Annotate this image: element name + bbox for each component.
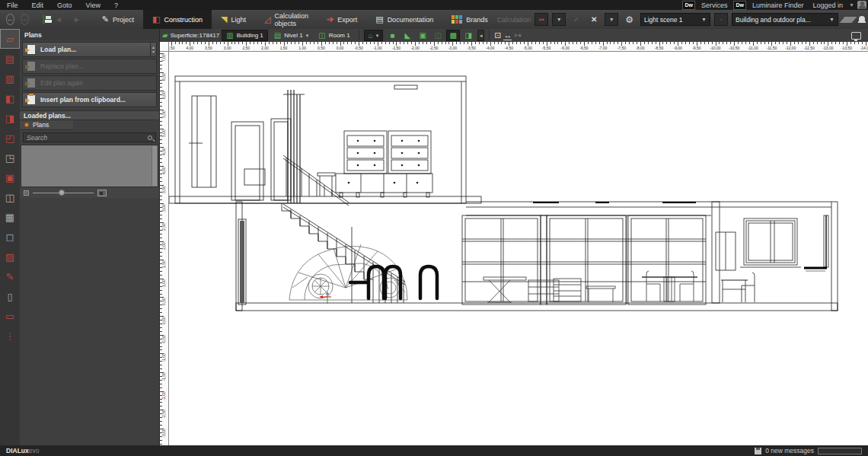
light-scene-select[interactable]: Light scene 1▼ bbox=[640, 13, 710, 26]
collapse-view-tools-button[interactable]: ◂ bbox=[477, 30, 484, 41]
ruler-tick bbox=[858, 42, 859, 44]
messages-save-icon[interactable] bbox=[755, 448, 761, 454]
undo-icon[interactable]: ◄ bbox=[55, 15, 62, 24]
menu-file[interactable]: File bbox=[0, 2, 25, 9]
save-button[interactable] bbox=[43, 14, 44, 24]
cad-section-drawing[interactable] bbox=[169, 52, 868, 445]
menu-goto[interactable]: Goto bbox=[50, 2, 79, 9]
calculation-dropdown[interactable]: ▼ bbox=[552, 13, 566, 26]
construction-tool-strip: ▱▤▥◧◨◰◳▣◫▦◻▨✎▯▭⋮ bbox=[0, 29, 20, 445]
thumbnail-zoom-slider[interactable] bbox=[33, 193, 94, 193]
messages-label[interactable]: 0 new messages bbox=[765, 447, 814, 454]
tab-export[interactable]: ➔ Export bbox=[318, 10, 366, 29]
ruler-tick bbox=[160, 98, 162, 99]
tab-documentation[interactable]: ▤ Documentation bbox=[366, 10, 442, 29]
cancel-dropdown[interactable]: ▼ bbox=[605, 13, 618, 26]
replace-plan-button[interactable]: Replace plan... bbox=[22, 59, 157, 74]
text-spline-tool[interactable]: ✎ bbox=[0, 266, 20, 286]
edit-plan-again-button[interactable]: Edit plan again bbox=[22, 75, 157, 91]
plans-radio-tab[interactable]: Plans bbox=[20, 120, 73, 130]
menu-view[interactable]: View bbox=[79, 2, 107, 9]
back-button[interactable]: ← bbox=[6, 14, 14, 25]
ruler-label: -5,00 bbox=[520, 46, 535, 50]
ruler-label: -7,00 bbox=[595, 46, 611, 50]
ruler-tick bbox=[160, 192, 162, 193]
drawing-canvas[interactable]: 4,504,003,503,002,502,001,501,000,500,00… bbox=[160, 42, 868, 445]
ruler-tick bbox=[426, 42, 427, 44]
display-mode-button[interactable]: ⌂ ▾ bbox=[364, 30, 384, 41]
door-tool[interactable]: ◨ bbox=[0, 108, 20, 128]
insert-plan-clipboard-button[interactable]: Insert plan from clipboard... bbox=[22, 92, 157, 107]
ruler-label: -8,50 bbox=[652, 46, 667, 50]
cutout-tool[interactable]: ▦ bbox=[0, 207, 20, 227]
level-selector[interactable]: ▤ Nivel 1 ▾ bbox=[270, 30, 312, 41]
column-tool[interactable]: ▯ bbox=[0, 286, 20, 306]
apply-check-icon[interactable]: ✓ bbox=[570, 13, 583, 26]
floorplan-tool[interactable]: ◰ bbox=[0, 128, 20, 148]
room-selector[interactable]: ◫ Room 1 bbox=[314, 30, 353, 41]
ruler-tick bbox=[160, 252, 162, 253]
logged-in-menu[interactable]: Logged in bbox=[810, 2, 847, 9]
load-plan-button[interactable]: Load plan... ▲▼ bbox=[22, 42, 157, 57]
tab-calculation-objects[interactable]: ◿ Calculation objects bbox=[255, 10, 318, 29]
zoom-small-icon[interactable]: ▫ bbox=[24, 190, 29, 196]
storey-tool[interactable]: ▥ bbox=[0, 69, 20, 88]
ruler-tick bbox=[468, 42, 468, 44]
ruler-label: 6,50 bbox=[161, 69, 168, 85]
ruler-label: -5,50 bbox=[539, 46, 554, 50]
view-cube-open[interactable]: ◫ bbox=[431, 30, 445, 41]
window-cube-tool[interactable]: ◳ bbox=[0, 148, 20, 167]
site-plan-tool[interactable]: ▱ bbox=[0, 29, 20, 49]
ruler-tick bbox=[318, 42, 318, 44]
building-selector[interactable]: ▥ Building 1 bbox=[222, 30, 268, 41]
roof-tool[interactable]: ▣ bbox=[0, 167, 20, 187]
services-link[interactable]: Services bbox=[698, 2, 731, 9]
zoom-slider-thumb[interactable] bbox=[59, 190, 65, 196]
ruler-label: 0,00 bbox=[161, 313, 168, 328]
opening-tool[interactable]: ▭ bbox=[0, 306, 20, 326]
logged-in-caret-icon[interactable]: ▼ bbox=[849, 2, 854, 8]
dimension-lines-icon[interactable]: ↔ bbox=[503, 30, 512, 40]
ruler-tick bbox=[212, 42, 213, 44]
ruler-tick bbox=[160, 365, 162, 365]
luminaire-finder-link[interactable]: Luminaire Finder bbox=[749, 2, 807, 9]
structure-tool[interactable]: ⋮ bbox=[0, 326, 20, 346]
zoom-fit-icon[interactable]: ⊡ bbox=[494, 30, 501, 40]
material-tool[interactable]: ▨ bbox=[0, 247, 20, 266]
plans-list-area[interactable] bbox=[21, 145, 158, 187]
wall-tool[interactable]: ◧ bbox=[0, 88, 20, 108]
surface-label[interactable]: Superficie:178417 bbox=[171, 32, 220, 39]
view-cube-filled[interactable]: ▣ bbox=[416, 30, 429, 41]
tab-brands[interactable]: Brands bbox=[442, 10, 497, 29]
notifications-bell-icon[interactable] bbox=[858, 16, 866, 24]
output-select[interactable]: Building and outdoor pla...▼ bbox=[732, 13, 838, 26]
menu-help[interactable]: ? bbox=[107, 2, 125, 9]
user-avatar[interactable] bbox=[857, 1, 866, 9]
plans-search-input[interactable]: Search bbox=[23, 132, 156, 142]
tab-project[interactable]: ✎ Project bbox=[93, 10, 143, 29]
menu-edit[interactable]: Edit bbox=[25, 2, 51, 9]
building-tool[interactable]: ▤ bbox=[0, 49, 20, 69]
ruler-tick bbox=[160, 132, 162, 133]
tab-light[interactable]: ◥ Light bbox=[212, 10, 255, 29]
plans-list-scrollbar[interactable] bbox=[152, 146, 157, 186]
glazing-tool[interactable]: ◻ bbox=[0, 227, 20, 247]
view-cube-half[interactable]: ◨ bbox=[461, 30, 475, 41]
scene-extra-button[interactable]: ▫ bbox=[714, 13, 728, 26]
measure-icon[interactable]: ↦ bbox=[514, 30, 521, 40]
cancel-x-button[interactable]: ✕ bbox=[587, 13, 601, 26]
thumbnail-size-icon[interactable] bbox=[97, 190, 107, 196]
surface-view-icon[interactable] bbox=[840, 17, 857, 23]
redo-icon[interactable]: ► bbox=[73, 15, 81, 24]
load-plan-expander[interactable]: ▲▼ bbox=[150, 43, 156, 56]
calculation-options-button[interactable]: ▪▪ bbox=[535, 13, 548, 26]
view-cube-section[interactable]: ▩ bbox=[446, 30, 460, 41]
monitor-view-icon[interactable] bbox=[851, 32, 861, 40]
view-solid[interactable]: ■ bbox=[385, 30, 399, 41]
view-floor-l[interactable]: ◣ bbox=[400, 30, 414, 41]
settings-gear-icon[interactable]: ⚙ bbox=[622, 13, 637, 26]
forward-button[interactable]: → bbox=[21, 14, 29, 25]
building-icon: ▥ bbox=[226, 32, 233, 40]
cube-frame-tool[interactable]: ◫ bbox=[0, 187, 20, 207]
tab-construction[interactable]: ◧ Construction bbox=[143, 10, 212, 29]
